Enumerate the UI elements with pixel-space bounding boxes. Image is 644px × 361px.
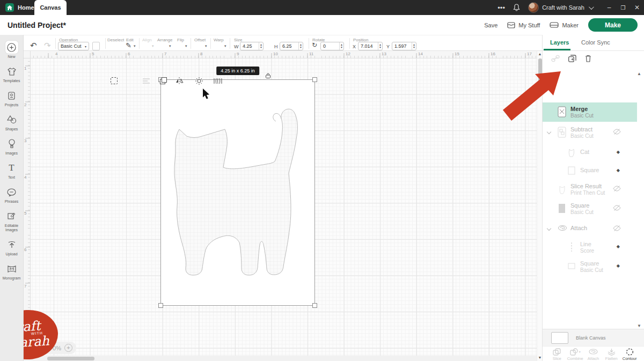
machine-select-button[interactable]: Maker (550, 22, 579, 28)
sidebar-item-upload[interactable]: Upload (0, 235, 24, 259)
flip-caret-icon[interactable]: ▾ (185, 44, 187, 48)
combine-icon: ▾ (570, 348, 581, 356)
home-tab[interactable]: Home (5, 0, 34, 15)
position-x-input[interactable] (358, 43, 378, 49)
offset-caret-icon[interactable]: ▾ (205, 44, 207, 48)
sidebar-item-new[interactable]: New (0, 38, 24, 62)
lock-aspect-icon[interactable] (265, 73, 271, 78)
layer-row-attach[interactable]: Attach (543, 219, 637, 238)
notifications-bell-icon[interactable] (509, 4, 524, 11)
height-stepper[interactable]: ▲▼ (298, 42, 303, 50)
duplicate-icon[interactable] (568, 55, 576, 62)
operation-select[interactable]: Basic Cut▾ (58, 42, 89, 50)
window-close-icon[interactable]: ✕ (630, 4, 644, 11)
selected-image-cat-card[interactable]: 4.25 in x 6.25 in (160, 79, 315, 306)
layer-row-cat[interactable]: Cat ◆ (543, 143, 637, 161)
sidebar-item-editable-images[interactable]: Editable Images (0, 207, 24, 235)
warp-caret-icon[interactable]: ▾ (224, 44, 226, 48)
undo-icon[interactable]: ↶ (30, 42, 37, 49)
arrange-caret-icon[interactable]: ▾ (169, 44, 171, 48)
position-y-stepper[interactable]: ▲▼ (412, 42, 416, 50)
layer-color-swatch[interactable] (92, 42, 100, 50)
visibility-off-icon[interactable] (613, 225, 621, 232)
ruler-number: 16 (489, 51, 495, 56)
my-stuff-button[interactable]: My Stuff (507, 22, 540, 28)
window-restore-icon[interactable]: ❐ (616, 5, 630, 11)
offset-icon[interactable] (195, 77, 203, 85)
rotate-stepper[interactable]: ▲▼ (339, 42, 343, 50)
align-label: Align (142, 38, 152, 42)
speech-bubble-icon (5, 186, 18, 198)
layer-row-slice-result[interactable]: Slice ResultPrint Then Cut (543, 180, 637, 199)
layers-scroll-down-icon[interactable]: ▼ (637, 323, 641, 328)
tab-color-sync[interactable]: Color Sync (581, 39, 610, 46)
project-title[interactable]: Untitled Project* (8, 21, 66, 30)
width-stepper[interactable]: ▲▼ (259, 42, 263, 50)
edit-caret-icon[interactable]: ▾ (134, 44, 136, 48)
blank-canvas-row[interactable]: Blank Canvas (543, 329, 644, 346)
redo-icon[interactable]: ↷ (44, 42, 51, 49)
layers-scroll-up-icon[interactable]: ▲ (637, 71, 641, 76)
layer-row-subtract[interactable]: SubtractBasic Cut (543, 123, 637, 142)
layer-actions-row (543, 51, 644, 66)
height-input[interactable] (280, 43, 298, 49)
visibility-off-icon[interactable] (613, 204, 621, 211)
make-button[interactable]: Make (588, 18, 638, 32)
sidebar-item-text[interactable]: T Text (0, 158, 24, 182)
square-layer-icon (567, 165, 576, 176)
shapes-icon (5, 113, 18, 126)
layer-row-square-basic-cut[interactable]: SquareBasic Cut ◆ (543, 257, 637, 276)
canvas-horizontal-scrollbar[interactable] (24, 356, 537, 361)
sidebar-item-phrases[interactable]: Phrases (0, 182, 24, 207)
account-chevron-down-icon[interactable] (589, 4, 594, 10)
layer-row-square-filled[interactable]: SquareBasic Cut (543, 199, 637, 218)
tab-layers[interactable]: Layers (550, 39, 569, 46)
layer-subtitle: Basic Cut (570, 113, 594, 119)
rotate-icon[interactable]: ↻ (312, 42, 317, 49)
warp-icon[interactable] (214, 78, 222, 84)
ruler-number: 14 (416, 51, 423, 56)
layer-row-line-score[interactable]: LineScore ◆ (543, 238, 637, 257)
sidebar-item-monogram[interactable]: Monogram (0, 259, 24, 283)
resize-handle-bottom-left[interactable] (158, 303, 163, 308)
visibility-off-icon[interactable] (613, 128, 621, 135)
position-x-input-group: ▲▼ (358, 42, 383, 50)
position-x-stepper[interactable]: ▲▼ (378, 42, 382, 50)
position-y-input[interactable] (392, 43, 412, 49)
chevron-down-icon[interactable] (547, 226, 551, 231)
visibility-off-icon[interactable] (613, 185, 621, 192)
account-name[interactable]: Craft with Sarah (542, 4, 584, 11)
layer-row-square-child[interactable]: Square ◆ (543, 161, 637, 180)
sidebar-item-images[interactable]: Images (0, 134, 24, 158)
window-minimize-icon[interactable]: – (602, 4, 616, 11)
zoom-in-icon[interactable]: + (64, 344, 72, 352)
canvas-tab[interactable]: Canvas (34, 0, 67, 15)
save-button[interactable]: Save (484, 22, 497, 28)
sidebar-item-shapes[interactable]: Shapes (0, 110, 24, 134)
arrange-icon[interactable] (160, 77, 167, 84)
flip-icon[interactable] (176, 77, 184, 84)
resize-handle-top-right[interactable] (312, 77, 317, 82)
deselect-icon[interactable] (111, 77, 118, 84)
edit-pencil-icon[interactable]: ✎ (126, 42, 131, 49)
user-avatar[interactable] (528, 2, 539, 13)
contour-button[interactable]: Contour (620, 348, 639, 361)
blank-canvas-swatch[interactable] (551, 332, 568, 344)
ruler-number: 10 (272, 51, 278, 56)
width-input[interactable] (240, 43, 259, 49)
ruler-number: 12 (344, 51, 350, 56)
sidebar-item-projects[interactable]: Projects (0, 86, 24, 110)
sidebar-item-label: Shapes (5, 127, 18, 131)
sidebar-item-templates[interactable]: Templates (0, 62, 24, 86)
rotate-input[interactable] (321, 43, 339, 49)
resize-handle-bottom-right[interactable] (312, 303, 317, 308)
delete-trash-icon[interactable] (585, 55, 591, 62)
window-titlebar: Home Canvas ••• Craft with Sarah – ❐ ✕ (0, 0, 644, 15)
attach-label: Attach (588, 356, 599, 361)
layer-title: Attach (570, 224, 587, 232)
size-tooltip: 4.25 in x 6.25 in (216, 67, 259, 75)
height-input-group: ▲▼ (280, 42, 303, 50)
horizontal-scroll-thumb[interactable] (47, 357, 94, 360)
overflow-menu-icon[interactable]: ••• (494, 4, 509, 12)
chevron-down-icon[interactable] (547, 130, 551, 134)
